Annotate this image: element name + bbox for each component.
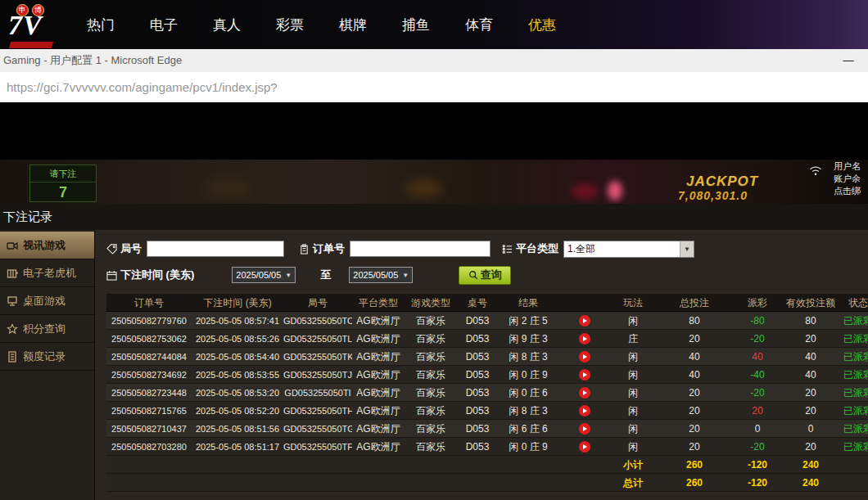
platform-select[interactable]: 1.全部 ▼ (563, 241, 694, 258)
cell-video (558, 312, 611, 330)
address-bar[interactable]: https://gci.7vvvvvv.com/agingame/pcv1/in… (0, 72, 868, 102)
sidebar-item-table-games[interactable]: 桌面游戏 (0, 287, 94, 315)
cell-time: 2025-05-05 08:51:56 (192, 420, 283, 438)
cell-video (558, 384, 611, 402)
site-nav: 申 博 7V 热门 电子 真人 彩票 棋牌 捕鱼 体育 优惠 (0, 0, 868, 49)
nav-item-live[interactable]: 真人 (213, 16, 241, 34)
desktop-icon (7, 295, 18, 307)
sidebar-item-label: 视讯游戏 (23, 238, 66, 253)
sidebar-item-label: 积分查询 (23, 322, 66, 336)
total-valid: 240 (781, 474, 840, 492)
sidebar-item-label: 额度记录 (23, 349, 66, 364)
date-to-picker[interactable]: 2025/05/05 ▼ (349, 267, 413, 283)
page-title: 下注记录 (3, 209, 52, 225)
cell-payout: 20 (734, 402, 781, 420)
sidebar-item-slot-machine[interactable]: 电子老虎机 (0, 259, 94, 287)
cell-result: 闲 2 庄 5 (498, 312, 558, 330)
subtotal-payout: -120 (734, 456, 781, 474)
list-icon (502, 244, 513, 255)
cell-play: 闲 (611, 366, 655, 384)
cell-time: 2025-05-05 08:57:41 (192, 312, 283, 330)
order-number-label: 订单号 (313, 241, 345, 256)
cell-table-no: D053 (457, 420, 498, 438)
sidebar-item-points-query[interactable]: 积分查询 (0, 315, 94, 343)
tag-icon (106, 244, 117, 255)
cell-bet: 40 (655, 348, 734, 366)
search-button-label: 查询 (481, 268, 502, 282)
table-row: 250505082715765 2025-05-05 08:52:20 GD05… (106, 402, 868, 420)
filter-row-2: 下注时间 (美东) 2025/05/05 ▼ 至 2025/05/05 ▼ 查询 (106, 265, 868, 285)
cell-status: 已派彩 (840, 366, 868, 384)
main-area: 视讯游戏 电子老虎机 桌面游戏 积分查询 (0, 230, 868, 500)
nav-item-hot[interactable]: 热门 (87, 16, 115, 34)
search-icon (468, 270, 478, 280)
cell-status: 已派彩 (840, 420, 868, 438)
round-number-input[interactable] (147, 241, 284, 257)
window-titlebar: Gaming - 用户配置 1 - Microsoft Edge — (0, 49, 868, 72)
cell-time: 2025-05-05 08:52:20 (192, 402, 283, 420)
table-row: 250505082753062 2025-05-05 08:55:26 GD05… (106, 330, 868, 348)
cell-status: 已派彩 (840, 330, 868, 348)
play-video-button[interactable] (579, 333, 590, 345)
table-row: 250505082703280 2025-05-05 08:51:17 GD05… (106, 438, 868, 456)
cell-payout: -80 (734, 312, 781, 330)
total-bet: 260 (655, 474, 734, 492)
cell-valid: 20 (781, 384, 840, 402)
site-logo[interactable]: 申 博 7V (0, 0, 75, 49)
play-video-button[interactable] (579, 405, 590, 417)
sidebar-item-credit-records[interactable]: 额度记录 (0, 343, 94, 371)
cell-payout: -20 (734, 438, 781, 456)
cell-bet: 80 (655, 312, 734, 330)
cell-valid: 20 (781, 438, 840, 456)
search-button[interactable]: 查询 (459, 266, 511, 285)
play-video-button[interactable] (579, 423, 590, 435)
nav-item-sports[interactable]: 体育 (465, 16, 493, 34)
sidebar-item-video-games[interactable]: 视讯游戏 (0, 232, 94, 259)
nav-item-slots[interactable]: 电子 (150, 16, 178, 34)
app-window: 申 博 7V 热门 电子 真人 彩票 棋牌 捕鱼 体育 优惠 Gaming - … (0, 0, 868, 500)
cell-result: 闲 8 庄 3 (498, 348, 558, 366)
date-from-picker[interactable]: 2025/05/05 ▼ (232, 267, 296, 283)
sidebar-item-label: 电子老虎机 (23, 266, 76, 281)
table-row: 250505082734692 2025-05-05 08:53:55 GD05… (106, 366, 868, 384)
play-video-button[interactable] (579, 351, 590, 363)
banner-light-blob (405, 179, 443, 197)
cell-bet: 20 (655, 438, 734, 456)
nav-item-lottery[interactable]: 彩票 (276, 16, 304, 34)
order-number-input[interactable] (350, 241, 491, 257)
document-icon (7, 351, 18, 363)
cell-game: 百家乐 (405, 384, 457, 402)
nav-item-fishing[interactable]: 捕鱼 (402, 16, 430, 34)
cell-status: 已派彩 (840, 402, 868, 420)
play-video-button[interactable] (579, 387, 590, 399)
table-header-row: 订单号 下注时间 (美东) 局号 平台类型 游戏类型 桌号 结果 玩法 总投注 … (106, 294, 868, 312)
sidebar-item-label: 桌面游戏 (23, 294, 66, 309)
banner-light-blob (572, 184, 598, 199)
cell-game: 百家乐 (405, 330, 457, 348)
cell-play: 闲 (611, 384, 655, 402)
cell-payout: -20 (734, 330, 781, 348)
cell-order: 250505082779760 (106, 312, 192, 330)
header-play: 玩法 (611, 294, 655, 312)
bet-countdown-panel: 请下注 7 (29, 164, 97, 202)
page-title-bar: 下注记录 (0, 204, 868, 230)
cell-round: GD053255050TJ (283, 366, 352, 384)
cell-time: 2025-05-05 08:55:26 (192, 330, 283, 348)
cell-order: 250505082703280 (106, 438, 192, 456)
play-video-button[interactable] (579, 369, 590, 381)
minimize-button[interactable]: — (839, 51, 858, 70)
cell-video (558, 348, 611, 366)
cell-game: 百家乐 (405, 348, 457, 366)
round-number-label: 局号 (120, 241, 142, 256)
cell-game: 百家乐 (405, 366, 457, 384)
filter-row-1: 局号 订单号 平台类型 1.全部 ▼ (106, 240, 868, 258)
play-video-button[interactable] (579, 315, 590, 327)
cell-platform: AG欧洲厅 (352, 348, 405, 366)
nav-item-promo[interactable]: 优惠 (528, 16, 556, 34)
cell-platform: AG欧洲厅 (352, 420, 405, 438)
cell-table-no: D053 (457, 402, 498, 420)
cell-result: 闲 6 庄 6 (498, 420, 558, 438)
nav-item-cards[interactable]: 棋牌 (339, 16, 367, 34)
play-video-button[interactable] (579, 441, 590, 453)
cell-round: GD053255050TL (283, 330, 352, 348)
